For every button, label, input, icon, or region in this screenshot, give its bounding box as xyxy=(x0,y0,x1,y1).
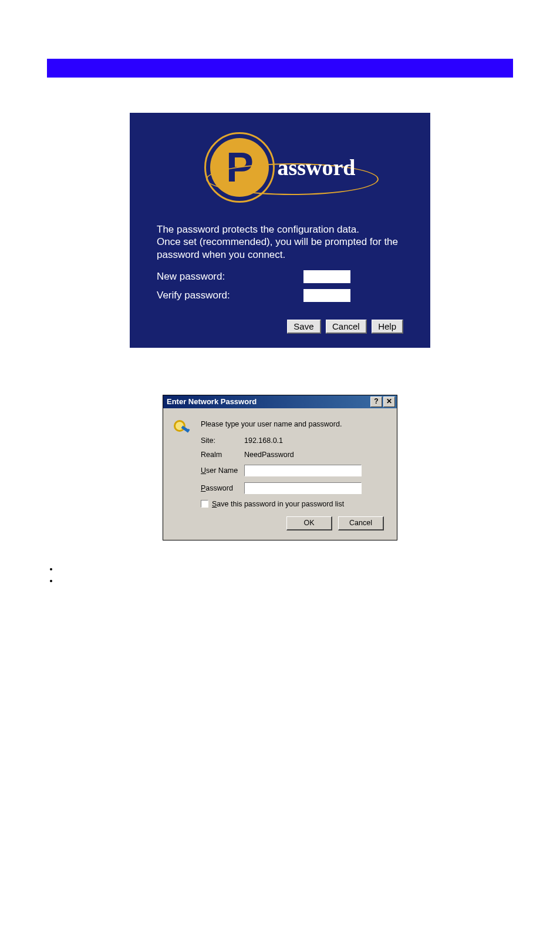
ok-button[interactable]: OK xyxy=(286,516,332,530)
list-item xyxy=(59,564,513,576)
dialog-title: Enter Network Password xyxy=(167,397,257,406)
dialog-titlebar: Enter Network Password ? ✕ xyxy=(163,395,397,408)
network-password-dialog: Enter Network Password ? ✕ Please type y… xyxy=(163,395,397,540)
realm-label: Realm xyxy=(201,451,244,459)
password-label: Password xyxy=(201,484,244,492)
realm-value: NeedPassword xyxy=(244,451,386,459)
key-icon xyxy=(174,420,190,436)
list-item xyxy=(59,576,513,587)
bullet-list xyxy=(47,564,513,587)
dialog-cancel-button[interactable]: Cancel xyxy=(338,516,384,530)
close-icon[interactable]: ✕ xyxy=(383,397,395,407)
site-value: 192.168.0.1 xyxy=(244,436,386,445)
logo-text: assword xyxy=(277,155,355,180)
username-input[interactable] xyxy=(244,465,362,476)
verify-password-input[interactable] xyxy=(303,289,350,302)
save-password-checkbox[interactable] xyxy=(201,500,208,508)
header-bar xyxy=(47,59,513,78)
site-label: Site: xyxy=(201,436,244,445)
username-label: User Name xyxy=(201,466,244,475)
new-password-input[interactable] xyxy=(303,270,350,283)
dialog-prompt: Please type your user name and password. xyxy=(201,420,386,428)
panel-description: The password protects the configuration … xyxy=(157,223,403,261)
logo-letter: P xyxy=(226,147,254,188)
cancel-button[interactable]: Cancel xyxy=(326,320,367,334)
new-password-label: New password: xyxy=(157,270,303,283)
save-password-label: Save this password in your password list xyxy=(212,500,344,508)
password-input[interactable] xyxy=(244,482,362,494)
password-panel: P assword The password protects the conf… xyxy=(130,113,430,348)
help-button[interactable]: Help xyxy=(372,320,403,334)
dialog-help-icon[interactable]: ? xyxy=(370,397,382,407)
password-logo: P assword xyxy=(130,129,430,206)
save-button[interactable]: Save xyxy=(287,320,321,334)
verify-password-label: Verify password: xyxy=(157,289,303,301)
